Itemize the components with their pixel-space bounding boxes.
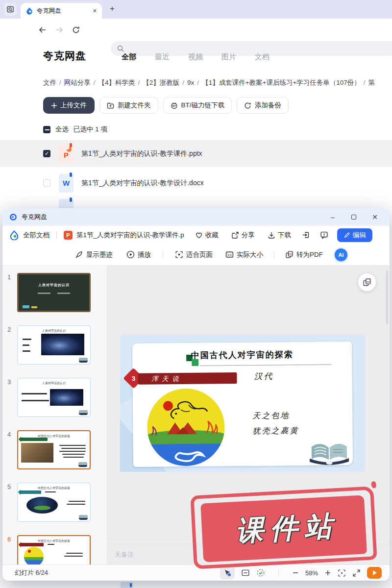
find-in-page-button[interactable] [4,3,17,16]
tab-recent[interactable]: 最近 [155,52,170,62]
breadcrumb-item[interactable]: 第 [368,79,375,86]
breadcrumb-separator: / [59,79,61,86]
fit-page-button[interactable]: 适合页面 [175,250,213,259]
tab-all[interactable]: 全部 [122,52,136,62]
window-titlebar[interactable]: 夸克网盘 – ✕ [2,208,390,226]
huntian-cosmos-illustration [147,388,225,466]
page-title: 夸克网盘 [43,49,86,63]
browser-tab[interactable]: 夸克网盘 ✕ [21,3,102,19]
fit-screen-button[interactable] [338,569,346,577]
file-name[interactable]: 第1节_人类对宇宙的认识-教学设计.docx [81,179,204,188]
feedback-button[interactable] [320,231,328,239]
breadcrumb-item[interactable]: 【2】浙教版 [143,79,179,86]
app-icon [9,213,17,221]
add-backup-label: 添加备份 [255,101,281,110]
pdf-convert-fab[interactable]: PDF [358,273,376,291]
breadcrumb-item[interactable]: 【4】科学类 [98,79,135,86]
favorite-button[interactable]: 收藏 [195,231,219,240]
feedback-icon [320,231,328,239]
thumbnail-image[interactable]: 人类对宇宙的认识 [17,325,91,365]
thumbnail-image[interactable]: 人类对宇宙的认识 [17,378,91,417]
plus-icon [324,569,331,576]
office-compat-button[interactable] [256,568,265,577]
maximize-button[interactable] [351,213,356,221]
category-tabs: 全部 最近 视频 图片 文档 [122,52,270,62]
new-folder-button[interactable]: 新建文件夹 [99,97,158,114]
vertical-scrollbar[interactable] [386,270,388,324]
partial-file-icon-bottom [121,582,133,588]
bt-download-button[interactable]: BT BT/磁力链下载 [163,97,232,114]
back-icon[interactable] [38,25,47,34]
tab-document[interactable]: 文档 [255,52,270,62]
svg-text:BT: BT [172,104,176,107]
zoom-out-button[interactable] [292,569,299,576]
convert-to-pdf-button[interactable]: PDF 转为PDF [285,250,323,259]
upload-file-button[interactable]: 上传文件 [43,97,95,114]
fullscreen-icon [352,569,361,577]
fullscreen-button[interactable] [352,569,361,577]
thumbnail-image[interactable]: 中国古代人对宇宙的探索 [17,483,91,522]
all-documents-link[interactable]: 全部文档 [23,231,49,240]
breadcrumb-item[interactable]: 9x [187,79,194,86]
notes-toggle-button[interactable] [241,568,250,577]
divider [163,251,163,259]
divider [56,231,57,239]
pen-icon [343,232,350,239]
download-button[interactable]: 下载 [268,231,291,240]
slide-thumbnail-4[interactable]: 4 中国古代人对宇宙的探索 [2,430,107,469]
slide-thumbnail-2[interactable]: 2 人类对宇宙的认识 [2,325,107,365]
minimize-button[interactable]: – [329,213,337,221]
ppt-chip-icon: P [64,231,73,240]
quark-logo-icon [9,230,19,240]
tab-close-icon[interactable]: ✕ [93,8,97,14]
pdf-convert-icon: PDF [285,250,294,259]
tab-video[interactable]: 视频 [188,52,203,62]
save-to-drive-button[interactable] [302,231,310,239]
tab-image[interactable]: 图片 [221,52,236,62]
notes-panel[interactable]: 无备注 [107,544,390,564]
slide-number-current: 6 [7,535,17,564]
close-window-button[interactable]: ✕ [371,213,379,221]
download-label: 下载 [278,231,291,240]
thumbnail-image[interactable]: 人类对宇宙的认识 [17,273,91,312]
thumbnail-image[interactable]: 中国古代人对宇宙的探索 [17,430,91,469]
fit-screen-icon [338,569,346,577]
file-checkbox-unchecked[interactable] [43,179,50,187]
file-row-pptx[interactable]: ✓ P 第1节_人类对宇宙的认识-教学课件.pptx [0,140,392,167]
select-all-checkbox[interactable] [43,126,50,133]
ai-assistant-button[interactable]: Ai [335,248,347,261]
breadcrumb-item[interactable]: 网站分享 [64,79,91,86]
breadcrumb-item[interactable]: 文件 [43,79,56,86]
badge-banner: 浑天说 [138,372,237,385]
browser-navbar [0,19,392,41]
slide-thumbnail-3[interactable]: 3 人类对宇宙的认识 [2,378,107,417]
slide-thumbnail-5[interactable]: 5 中国古代人对宇宙的探索 [2,483,107,522]
zoom-in-button[interactable] [324,569,331,576]
viewer-toolbar-secondary: 显示墨迹 播放 适合页面 1:1 实际大小 PDF 转为PDF Ai [2,244,390,266]
play-slideshow-button[interactable]: 播放 [126,250,151,259]
slide-thumbnail-1[interactable]: 1 人类对宇宙的认识 [2,273,107,312]
file-row-docx[interactable]: W 第1节_人类对宇宙的认识-教学设计.docx [0,170,392,196]
plus-icon [51,102,57,109]
edit-button[interactable]: 编辑 [337,228,372,242]
selected-count-label: 已选中 1 项 [74,125,107,134]
find-in-page-icon [6,5,14,13]
refresh-icon[interactable] [72,25,80,34]
file-checkbox-checked[interactable]: ✓ [43,150,50,157]
slide-thumbnail-6-current[interactable]: 6 中国古代人对宇宙的探索 [2,535,107,564]
actual-size-label: 实际大小 [237,250,263,259]
tab-title: 夸克网盘 [37,7,89,15]
add-backup-button[interactable]: 添加备份 [237,97,289,114]
share-button[interactable]: 分享 [231,231,255,240]
breadcrumb-item[interactable]: 【1】成套课件+教案+课后练习+学习任务单（107份） [202,79,361,86]
forward-icon[interactable] [55,25,64,34]
show-ink-button[interactable]: 显示墨迹 [75,250,113,259]
minus-icon [292,569,299,576]
pointer-tool-button[interactable] [220,566,235,579]
slide-thumbnail-rail[interactable]: 1 人类对宇宙的认识 2 人类对宇宙的认识 [2,266,107,564]
actual-size-button[interactable]: 1:1 实际大小 [225,250,263,259]
new-tab-button[interactable]: + [106,2,119,16]
file-name[interactable]: 第1节_人类对宇宙的认识-教学课件.pptx [81,149,202,158]
start-slideshow-button[interactable] [367,567,382,579]
thumbnail-image[interactable]: 中国古代人对宇宙的探索 [17,535,91,564]
